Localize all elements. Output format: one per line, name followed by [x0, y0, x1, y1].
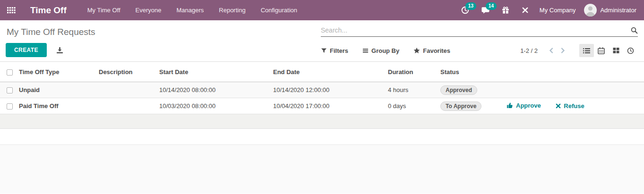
control-panel: My Time Off Requests CREATE [0, 20, 644, 61]
activities-button[interactable]: 13 [455, 0, 475, 20]
gift-icon [502, 7, 509, 14]
avatar [584, 4, 597, 17]
apps-menu-icon[interactable] [0, 0, 23, 20]
cell-start-date: 10/03/2020 08:00:00 [159, 98, 273, 114]
refuse-button[interactable]: Refuse [556, 102, 584, 110]
status-badge: To Approve [440, 101, 481, 111]
kanban-view-button[interactable] [609, 44, 623, 57]
table-row[interactable]: Unpaid 10/14/2020 08:00:00 10/14/2020 12… [0, 82, 644, 98]
chevron-right-icon [560, 47, 566, 54]
cell-type: Paid Time Off [19, 98, 99, 114]
activity-count-badge: 13 [465, 2, 476, 10]
pager-previous-button[interactable] [545, 46, 557, 55]
cell-duration: 0 days [388, 98, 440, 114]
cell-end-date: 10/04/2020 17:00:00 [273, 98, 388, 114]
pager-range: 1-2 / 2 [520, 47, 538, 54]
menu-item-my-time-off[interactable]: My Time Off [80, 0, 128, 20]
page-background [0, 144, 644, 194]
row-checkbox[interactable] [7, 103, 13, 110]
search-icon[interactable] [631, 27, 638, 34]
favorites-star-icon [413, 47, 420, 54]
select-all-checkbox[interactable] [7, 69, 13, 76]
cell-type: Unpaid [19, 82, 99, 98]
content-gap [0, 129, 644, 144]
menu-item-reporting[interactable]: Reporting [211, 0, 253, 20]
column-header-duration[interactable]: Duration [388, 62, 440, 82]
filter-funnel-icon [321, 48, 327, 54]
list-view-icon [583, 48, 590, 54]
table-header-row: Time Off Type Description Start Date End… [0, 62, 644, 82]
user-menu[interactable]: Administrator [584, 4, 636, 17]
status-badge: Approved [440, 85, 477, 95]
row-checkbox[interactable] [7, 87, 13, 93]
x-mark-icon [556, 103, 561, 109]
clock-view-icon [627, 47, 634, 54]
tools-button[interactable] [515, 0, 535, 20]
cell-end-date: 10/14/2020 12:00:00 [273, 82, 388, 98]
app-title[interactable]: Time Off [30, 5, 67, 16]
view-switcher [579, 44, 638, 57]
menu-item-managers[interactable]: Managers [169, 0, 211, 20]
group-by-bars-icon [362, 48, 369, 54]
group-by-button[interactable]: Group By [362, 47, 399, 54]
messages-button[interactable]: 14 [475, 0, 496, 20]
table-row[interactable]: Paid Time Off 10/03/2020 08:00:00 10/04/… [0, 98, 644, 114]
navbar-systray: 13 14 My Company [455, 0, 636, 20]
column-header-status[interactable]: Status [440, 62, 507, 82]
thumbs-up-icon [507, 102, 513, 109]
search-bar [321, 24, 638, 37]
apps-grid-icon [7, 7, 16, 14]
menu-item-everyone[interactable]: Everyone [128, 0, 169, 20]
menu-item-configuration[interactable]: Configuration [253, 0, 305, 20]
download-icon [56, 47, 63, 54]
company-switcher[interactable]: My Company [540, 7, 576, 14]
search-input[interactable] [321, 26, 631, 34]
approve-button[interactable]: Approve [507, 102, 541, 109]
cell-description [99, 98, 159, 114]
column-header-description[interactable]: Description [99, 62, 159, 82]
calendar-view-button[interactable] [594, 44, 609, 57]
table-footer-band [0, 114, 644, 129]
avatar-person-icon [584, 4, 597, 17]
user-name: Administrator [600, 7, 636, 14]
main-menu: My Time Off Everyone Managers Reporting … [80, 0, 305, 20]
cell-start-date: 10/14/2020 08:00:00 [159, 82, 273, 98]
tools-icon [522, 7, 529, 14]
list-view-button[interactable] [579, 44, 594, 57]
activity-view-button[interactable] [623, 44, 638, 57]
gift-button[interactable] [496, 0, 515, 20]
top-navbar: Time Off My Time Off Everyone Managers R… [0, 0, 644, 20]
filters-button[interactable]: Filters [321, 47, 348, 54]
kanban-view-icon [613, 47, 619, 54]
time-off-list: Time Off Type Description Start Date End… [0, 61, 644, 114]
column-header-type[interactable]: Time Off Type [19, 62, 99, 82]
pager: 1-2 / 2 [520, 46, 569, 55]
favorites-button[interactable]: Favorites [413, 47, 450, 54]
pager-next-button[interactable] [557, 46, 569, 55]
column-header-end-date[interactable]: End Date [273, 62, 388, 82]
column-header-start-date[interactable]: Start Date [159, 62, 273, 82]
export-download-button[interactable] [56, 47, 63, 54]
cell-description [99, 82, 159, 98]
cell-duration: 4 hours [388, 82, 440, 98]
create-button[interactable]: CREATE [6, 43, 47, 57]
message-count-badge: 14 [486, 2, 497, 10]
calendar-view-icon [598, 47, 605, 54]
chevron-left-icon [549, 47, 554, 54]
